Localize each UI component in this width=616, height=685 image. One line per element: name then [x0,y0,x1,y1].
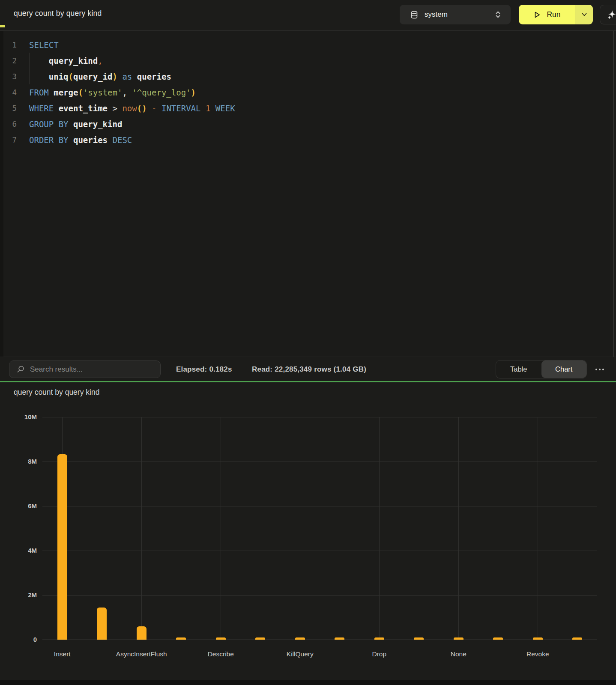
play-icon [533,11,541,19]
bar [493,637,503,640]
x-axis-line [42,640,597,640]
y-axis-label: 2M [0,591,37,599]
gridline-v [458,417,459,640]
x-axis-label: Revoke [495,650,580,658]
code-line: 7ORDER BY queries DESC [0,132,235,148]
search-results-input[interactable] [30,365,160,374]
elapsed-stat: Elapsed: 0.182s [176,357,232,381]
bar [572,637,582,640]
gridline-v [379,417,380,640]
bar [374,637,384,640]
run-options-button[interactable] [575,5,593,24]
search-icon [16,365,25,374]
header: query count by query kind system Ru [0,0,616,31]
run-split-button: Run [519,5,593,24]
bar [533,637,543,640]
x-axis-label: KillQuery [257,650,343,658]
code-lines: 1SELECT2 query_kind,3 uniq(query_id) as … [0,37,235,148]
gridline-h [42,506,597,506]
bar [414,637,424,640]
run-button[interactable]: Run [519,5,575,24]
bar [454,637,463,640]
chart-title: query count by query kind [14,388,99,397]
chevron-down-icon [581,12,587,17]
code-line: 1SELECT [0,37,235,53]
more-options-button[interactable] [592,365,607,374]
view-toggle: Table Chart [496,360,587,378]
gridline-v [141,417,142,640]
y-axis-label: 4M [0,547,37,554]
query-title: query count by query kind [14,9,102,18]
bar [137,626,147,640]
chart-panel: query count by query kind 10M8M6M4M2M0In… [0,382,616,685]
search-results-box [9,360,161,378]
bottom-edge [0,680,616,685]
bar [335,637,344,640]
gridline-h [42,417,597,417]
tab-chart[interactable]: Chart [541,360,587,378]
x-axis-label: Insert [19,650,105,658]
gridline-v [300,417,300,640]
code-line: 5WHERE event_time > now() - INTERVAL 1 W… [0,100,235,116]
bar [97,608,107,640]
gridline-h [42,551,597,551]
bar [57,454,67,640]
x-axis-label: AsyncInsertFlush [99,650,184,658]
bar [176,637,186,640]
read-stat: Read: 22,285,349 rows (1.04 GB) [252,357,366,381]
x-axis-label: None [416,650,501,658]
gridline-v [221,417,221,640]
chevron-updown-icon [495,10,501,19]
code-line: 2 query_kind, [0,53,235,68]
sql-editor[interactable]: 1SELECT2 query_kind,3 uniq(query_id) as … [0,31,616,357]
run-button-label: Run [547,10,560,19]
gridline-h [42,595,597,596]
sparkle-icon [607,9,616,20]
y-axis-label: 6M [0,502,37,509]
y-axis-label: 0 [0,636,37,643]
gridline-h [42,462,597,462]
database-selector-value: system [425,10,448,19]
y-axis-label: 10M [0,413,37,420]
ellipsis-icon [595,369,597,370]
x-axis-label: Drop [336,650,422,658]
code-line: 6GROUP BY query_kind [0,116,235,132]
database-icon [410,11,418,19]
code-line: 3 uniq(query_id) as queries [0,68,235,84]
active-tab-indicator [0,25,5,27]
y-axis-label: 8M [0,458,37,465]
bar [255,637,265,640]
bar [295,637,305,640]
database-selector[interactable]: system [400,5,511,24]
tab-table[interactable]: Table [496,360,541,378]
gridline-v [538,417,538,640]
x-axis-label: Describe [178,650,263,658]
code-line: 4FROM merge('system', '^query_log') [0,84,235,100]
bar [216,637,226,640]
ai-assistant-button[interactable] [600,5,616,24]
results-toolbar: Elapsed: 0.182s Read: 22,285,349 rows (1… [0,357,616,381]
